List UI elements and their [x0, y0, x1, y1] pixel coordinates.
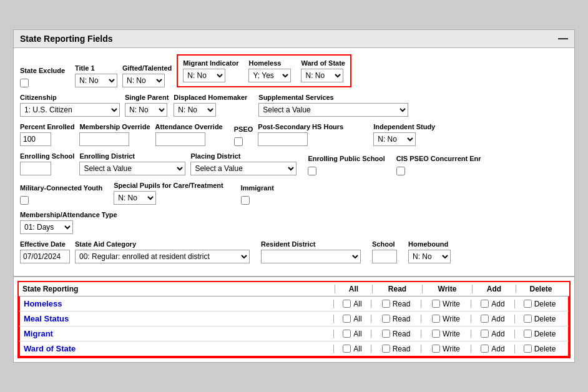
- pseo-label: PSEO: [234, 125, 253, 133]
- placing-district-select[interactable]: Select a Value: [190, 162, 296, 175]
- perm-checkbox-read[interactable]: [382, 300, 390, 308]
- perm-checkbox-delete[interactable]: [524, 330, 532, 338]
- table-row: Meal StatusAllReadWriteAddDelete: [19, 311, 569, 326]
- perm-label-delete: Delete: [534, 330, 556, 338]
- perm-cell-all: All: [333, 330, 371, 338]
- perm-header-add: Add: [472, 285, 516, 293]
- title1-select[interactable]: N: No: [75, 74, 117, 87]
- perm-checkbox-delete[interactable]: [524, 345, 532, 353]
- resident-district-label: Resident District: [261, 240, 361, 248]
- military-connected-label: Military-Connected Youth: [20, 184, 102, 192]
- perm-cell-delete: Delete: [514, 345, 564, 353]
- perm-row-label: Migrant: [24, 329, 333, 338]
- perm-label-read: Read: [393, 300, 411, 308]
- perm-header-write: Write: [422, 285, 472, 293]
- supplemental-services-select[interactable]: Select a Value: [258, 103, 408, 117]
- displaced-homemaker-select[interactable]: N: No: [174, 103, 216, 117]
- perm-checkbox-add[interactable]: [481, 300, 489, 308]
- school-label: School: [372, 240, 397, 248]
- state-aid-category-select[interactable]: 00: Regular: enrolled at resident distri…: [75, 250, 250, 263]
- perm-checkbox-read[interactable]: [382, 330, 390, 338]
- perm-row-label: Meal Status: [24, 314, 333, 323]
- perm-checkbox-all[interactable]: [343, 345, 351, 353]
- migrant-indicator-label: Migrant Indicator: [183, 59, 238, 67]
- immigrant-label: Immigrant: [241, 184, 274, 192]
- perm-row-label: Homeless: [24, 299, 333, 308]
- minimize-button[interactable]: —: [558, 34, 568, 44]
- perm-checkbox-all[interactable]: [343, 300, 351, 308]
- perm-label-write: Write: [443, 300, 460, 308]
- table-row: HomelessAllReadWriteAddDelete: [19, 296, 569, 311]
- effective-date-label: Effective Date: [20, 240, 70, 248]
- homeless-select[interactable]: Y: Yes: [248, 69, 291, 82]
- perm-checkbox-write[interactable]: [432, 330, 440, 338]
- enrolling-school-input[interactable]: [20, 162, 51, 175]
- perm-label-all: All: [353, 300, 361, 308]
- perm-label-write: Write: [443, 315, 460, 323]
- perm-checkbox-add[interactable]: [481, 345, 489, 353]
- cis-pseo-checkbox[interactable]: [396, 167, 405, 175]
- post-secondary-hs-hours-input[interactable]: [258, 132, 308, 146]
- perm-label-add: Add: [491, 315, 504, 323]
- perm-cell-delete: Delete: [514, 315, 564, 323]
- independent-study-select[interactable]: N: No: [373, 132, 416, 146]
- perm-cell-add: Add: [471, 300, 514, 308]
- special-pupils-label: Special Pupils for Care/Treatment: [114, 182, 223, 189]
- perm-checkbox-write[interactable]: [432, 315, 440, 323]
- attendance-override-input[interactable]: [155, 132, 205, 146]
- citizenship-select[interactable]: 1: U.S. Citizen: [20, 103, 120, 117]
- membership-override-input[interactable]: [79, 132, 129, 146]
- state-exclude-checkbox[interactable]: [20, 79, 29, 87]
- homebound-label: Homebound: [408, 240, 451, 248]
- perm-header-section: State Reporting: [22, 285, 335, 293]
- perm-header-all: All: [335, 285, 372, 293]
- perm-label-all: All: [353, 330, 361, 338]
- membership-attendance-select[interactable]: 01: Days: [20, 220, 73, 234]
- special-pupils-select[interactable]: N: No: [114, 191, 156, 205]
- perm-checkbox-add[interactable]: [481, 330, 489, 338]
- citizenship-label: Citizenship: [20, 94, 120, 101]
- perm-cell-write: Write: [421, 345, 471, 353]
- perm-cell-add: Add: [471, 345, 514, 353]
- membership-override-label: Membership Override: [79, 123, 150, 130]
- perm-header-delete: Delete: [516, 285, 566, 293]
- perm-checkbox-delete[interactable]: [524, 315, 532, 323]
- single-parent-label: Single Parent: [125, 94, 169, 101]
- perm-cell-read: Read: [371, 345, 421, 353]
- perm-row-label: Ward of State: [24, 344, 333, 353]
- perm-checkbox-read[interactable]: [382, 345, 390, 353]
- percent-enrolled-label: Percent Enrolled: [20, 123, 74, 130]
- enrolling-public-school-checkbox[interactable]: [308, 167, 316, 175]
- perm-label-all: All: [353, 315, 361, 323]
- perm-checkbox-read[interactable]: [382, 315, 390, 323]
- post-secondary-hs-hours-label: Post-Secondary HS Hours: [258, 123, 343, 130]
- perm-cell-write: Write: [421, 315, 471, 323]
- perm-checkbox-delete[interactable]: [524, 300, 532, 308]
- effective-date-input[interactable]: [20, 250, 70, 263]
- enrolling-district-select[interactable]: Select a Value: [79, 162, 185, 175]
- perm-cell-write: Write: [421, 300, 471, 308]
- perm-label-read: Read: [393, 330, 411, 338]
- perm-cell-add: Add: [471, 330, 514, 338]
- resident-district-select[interactable]: [261, 250, 361, 263]
- single-parent-select[interactable]: N: No: [125, 103, 167, 117]
- perm-checkbox-all[interactable]: [343, 330, 351, 338]
- ward-of-state-select[interactable]: N: No: [301, 69, 343, 82]
- perm-cell-read: Read: [371, 300, 421, 308]
- perm-label-add: Add: [491, 345, 504, 353]
- immigrant-checkbox[interactable]: [241, 196, 250, 205]
- cis-pseo-label: CIS PSEO Concurrent Enr: [396, 155, 481, 162]
- perm-checkbox-write[interactable]: [432, 345, 440, 353]
- perm-checkbox-write[interactable]: [432, 300, 440, 308]
- table-row: Ward of StateAllReadWriteAddDelete: [19, 341, 569, 357]
- percent-enrolled-input[interactable]: [20, 132, 51, 146]
- school-input[interactable]: [372, 250, 397, 263]
- pseo-checkbox[interactable]: [234, 137, 243, 146]
- perm-checkbox-all[interactable]: [343, 315, 351, 323]
- gifted-talented-select[interactable]: N: No: [122, 74, 165, 87]
- migrant-indicator-select[interactable]: N: No: [183, 69, 225, 82]
- perm-cell-all: All: [333, 345, 371, 353]
- homebound-select[interactable]: N: No: [408, 250, 451, 263]
- perm-checkbox-add[interactable]: [481, 315, 489, 323]
- military-connected-checkbox[interactable]: [20, 196, 29, 205]
